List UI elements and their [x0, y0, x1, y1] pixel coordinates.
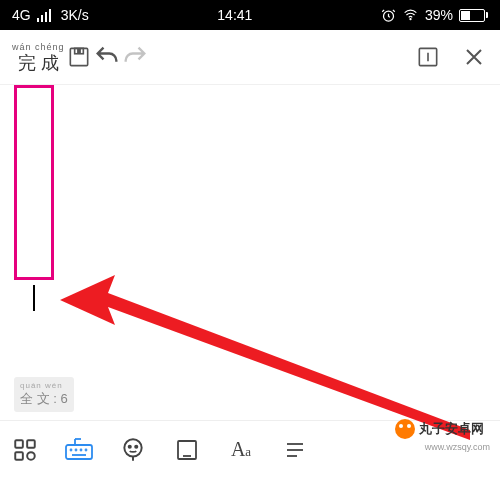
svg-marker-11 — [60, 275, 470, 440]
close-icon — [462, 45, 486, 69]
watermark-logo-icon — [395, 419, 415, 439]
battery-pct: 39% — [425, 7, 453, 23]
word-count-label: 全 文 : 6 — [20, 391, 68, 406]
close-button[interactable] — [460, 43, 488, 71]
network-label: 4G — [12, 7, 31, 23]
info-button[interactable] — [414, 43, 442, 71]
wifi-icon — [402, 8, 419, 22]
grid-icon — [12, 437, 38, 463]
done-button[interactable]: wán chéng 完 成 — [12, 43, 65, 72]
grid-button[interactable] — [10, 435, 40, 465]
word-count-pinyin: quán wén — [20, 381, 68, 390]
svg-point-25 — [129, 445, 131, 447]
clock: 14:41 — [217, 7, 252, 23]
svg-point-5 — [410, 19, 411, 20]
undo-button[interactable] — [93, 43, 121, 71]
toolbar: wán chéng 完 成 — [0, 30, 500, 85]
editor-canvas[interactable]: quán wén 全 文 : 6 — [0, 85, 500, 420]
watermark-text: 丸子安卓网 — [419, 420, 484, 438]
svg-point-20 — [76, 449, 77, 450]
svg-rect-2 — [45, 12, 47, 22]
svg-rect-1 — [41, 15, 43, 22]
word-count-badge[interactable]: quán wén 全 文 : 6 — [14, 377, 74, 412]
watermark-url: www.wzsqy.com — [425, 442, 490, 452]
svg-rect-3 — [49, 9, 51, 22]
svg-rect-16 — [66, 445, 92, 459]
redo-button[interactable] — [121, 43, 149, 71]
done-pinyin: wán chéng — [12, 43, 65, 52]
text-cursor — [33, 285, 35, 311]
battery-icon — [459, 9, 488, 22]
save-button[interactable] — [65, 43, 93, 71]
watermark: 丸子安卓网 — [395, 418, 494, 440]
info-icon — [415, 44, 441, 70]
status-bar: 4G 3K/s 14:41 39% — [0, 0, 500, 30]
svg-point-22 — [86, 449, 87, 450]
redo-icon — [121, 43, 149, 71]
svg-rect-12 — [15, 440, 23, 448]
signal-icon — [37, 8, 55, 22]
speed-label: 3K/s — [61, 7, 89, 23]
done-label: 完 成 — [18, 53, 59, 73]
highlight-annotation — [14, 85, 54, 280]
svg-point-15 — [27, 452, 35, 460]
alarm-icon — [381, 8, 396, 23]
undo-icon — [93, 43, 121, 71]
svg-point-19 — [71, 449, 72, 450]
svg-rect-14 — [15, 452, 23, 460]
svg-rect-0 — [37, 18, 39, 22]
svg-point-21 — [81, 449, 82, 450]
svg-rect-8 — [77, 49, 79, 52]
svg-point-26 — [135, 445, 137, 447]
svg-rect-13 — [27, 440, 35, 448]
save-icon — [66, 44, 92, 70]
